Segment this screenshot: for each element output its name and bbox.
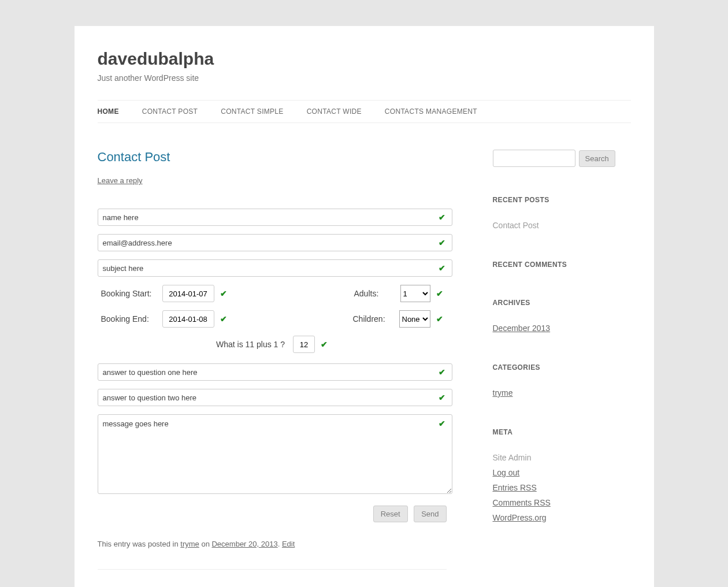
children-label: Children: [353, 314, 399, 324]
main-content: Contact Post Leave a reply ✔ ✔ ✔ Booki [98, 150, 447, 574]
widget-title: CATEGORIES [493, 363, 631, 371]
search-button[interactable]: Search [579, 150, 615, 167]
widget-title: RECENT COMMENTS [493, 261, 631, 269]
meta-link-log-out[interactable]: Log out [493, 468, 520, 477]
category-link[interactable]: tryme [493, 388, 513, 397]
captcha-question: What is 11 plus 1 ? [216, 340, 285, 349]
booking-end-label: Booking End: [101, 314, 162, 324]
meta-edit-link[interactable]: Edit [282, 540, 295, 548]
widget-meta: META Site Admin Log out Entries RSS Comm… [493, 428, 631, 523]
children-select[interactable]: None [399, 310, 430, 328]
site-container: davedubalpha Just another WordPress site… [75, 26, 654, 587]
entry-meta: This entry was posted in tryme on Decemb… [98, 540, 447, 548]
meta-prefix: This entry was posted in [98, 540, 181, 548]
leave-reply-link[interactable]: Leave a reply [98, 176, 143, 185]
check-icon: ✔ [439, 238, 447, 247]
site-title: davedubalpha [98, 49, 631, 69]
adults-label: Adults: [354, 289, 400, 298]
check-icon: ✔ [439, 419, 447, 428]
sidebar: Search RECENT POSTS Contact Post RECENT … [493, 150, 631, 574]
meta-link-site-admin[interactable]: Site Admin [493, 453, 532, 462]
nav-contact-post[interactable]: CONTACT POST [142, 101, 198, 122]
nav-contact-wide[interactable]: CONTACT WIDE [307, 101, 362, 122]
check-icon: ✔ [436, 289, 443, 298]
site-description: Just another WordPress site [98, 73, 631, 83]
meta-link-wordpress-org[interactable]: WordPress.org [493, 513, 547, 522]
question-one-input[interactable] [98, 363, 452, 381]
send-button[interactable]: Send [414, 506, 446, 522]
check-icon: ✔ [439, 263, 447, 273]
check-icon: ✔ [439, 213, 447, 222]
widget-recent-posts: RECENT POSTS Contact Post [493, 196, 631, 231]
check-icon: ✔ [436, 314, 443, 324]
search-input[interactable] [493, 150, 575, 167]
check-icon: ✔ [220, 314, 227, 324]
subject-input[interactable] [98, 259, 452, 277]
widget-archives: ARCHIVES December 2013 [493, 299, 631, 333]
nav-home[interactable]: HOME [98, 101, 119, 122]
meta-link-entries-rss[interactable]: Entries RSS [493, 483, 537, 492]
check-icon: ✔ [439, 367, 447, 377]
name-input[interactable] [98, 209, 452, 226]
recent-post-link[interactable]: Contact Post [493, 221, 539, 230]
reset-button[interactable]: Reset [373, 506, 408, 522]
check-icon: ✔ [439, 393, 447, 402]
widget-title: META [493, 428, 631, 436]
adults-select[interactable]: 1 [400, 285, 430, 302]
widget-title: RECENT POSTS [493, 196, 631, 204]
nav-contacts-management[interactable]: CONTACTS MANAGEMENT [385, 101, 477, 122]
entry-title: Contact Post [98, 150, 447, 165]
email-input[interactable] [98, 234, 452, 251]
check-icon: ✔ [220, 289, 227, 298]
captcha-input[interactable] [293, 336, 315, 353]
check-icon: ✔ [321, 340, 328, 349]
meta-category-link[interactable]: tryme [180, 540, 199, 548]
widget-title: ARCHIVES [493, 299, 631, 307]
contact-form: ✔ ✔ ✔ Booking Start: ✔ Adults: 1 [98, 209, 447, 522]
meta-date-link[interactable]: December 20, 2013 [211, 540, 277, 548]
booking-start-input[interactable] [162, 285, 214, 302]
nav-contact-simple[interactable]: CONTACT SIMPLE [221, 101, 283, 122]
booking-start-label: Booking Start: [101, 289, 162, 298]
message-textarea[interactable]: message goes here [98, 414, 452, 494]
separator [98, 569, 447, 570]
widget-categories: CATEGORIES tryme [493, 363, 631, 398]
meta-link-comments-rss[interactable]: Comments RSS [493, 498, 551, 507]
archive-link[interactable]: December 2013 [493, 324, 551, 333]
meta-on: on [199, 540, 212, 548]
question-two-input[interactable] [98, 389, 452, 406]
widget-recent-comments: RECENT COMMENTS [493, 261, 631, 269]
entry-title-link[interactable]: Contact Post [98, 150, 170, 164]
main-nav: HOME CONTACT POST CONTACT SIMPLE CONTACT… [98, 100, 631, 123]
booking-end-input[interactable] [162, 310, 214, 328]
meta-sep: . [278, 540, 282, 548]
